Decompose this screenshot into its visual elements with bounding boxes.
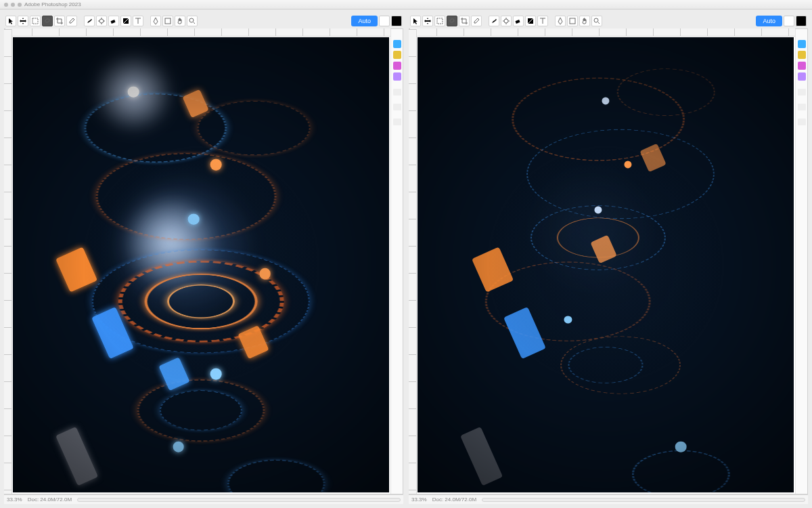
glow-halo <box>107 171 257 322</box>
cursor-tool[interactable] <box>5 16 16 26</box>
fg-color-swatch[interactable] <box>379 16 390 26</box>
hud-ring <box>197 101 310 155</box>
artwork-canvas[interactable] <box>13 37 389 492</box>
lasso-tool[interactable] <box>42 16 53 26</box>
text-tool[interactable] <box>537 16 548 26</box>
shape-tool[interactable] <box>567 16 578 26</box>
color-swatch[interactable] <box>393 40 401 48</box>
document-pane-right: Auto33.3%Doc: 24.0M/72.0M <box>409 14 808 504</box>
document-area <box>4 28 403 494</box>
panel-tab-stub[interactable] <box>393 104 401 110</box>
marquee-tool[interactable] <box>434 16 445 26</box>
cursor-tool[interactable] <box>410 16 421 26</box>
window-controls[interactable] <box>4 3 22 7</box>
bg-color-swatch[interactable] <box>796 16 807 26</box>
zoom-level[interactable]: 33.3% <box>411 496 427 503</box>
doc-info: Doc: 24.0M/72.0M <box>28 496 72 503</box>
panel-tab-stub[interactable] <box>798 89 806 96</box>
svg-rect-0 <box>32 18 38 24</box>
panel-tab-stub[interactable] <box>798 104 806 110</box>
svg-rect-6 <box>437 18 443 24</box>
zoom-tool[interactable] <box>591 16 602 26</box>
eyedropper-tool[interactable] <box>471 16 482 26</box>
color-swatch[interactable] <box>798 72 806 81</box>
brush-tool[interactable] <box>84 16 95 26</box>
color-swatch[interactable] <box>798 51 806 59</box>
panel-tab-stub[interactable] <box>393 89 401 96</box>
text-tool[interactable] <box>133 16 143 26</box>
zoom-tool[interactable] <box>187 16 198 26</box>
svg-point-5 <box>189 18 194 22</box>
minimize-icon[interactable] <box>11 3 15 7</box>
horizontal-ruler[interactable] <box>5 28 390 37</box>
hud-glyph <box>159 357 191 391</box>
eraser-tool[interactable] <box>513 16 524 26</box>
color-swatch[interactable] <box>798 62 806 70</box>
brush-tool[interactable] <box>489 16 499 26</box>
auto-action-button[interactable]: Auto <box>351 16 378 26</box>
canvas-viewport[interactable] <box>409 29 795 494</box>
document-toolbar: Auto <box>409 14 808 28</box>
hud-node <box>675 441 687 452</box>
clone-tool[interactable] <box>501 16 512 26</box>
hand-tool[interactable] <box>579 16 590 26</box>
hud-glyph <box>460 427 503 486</box>
horizontal-scrollbar[interactable] <box>482 498 805 502</box>
hud-glyph <box>639 144 666 172</box>
hud-node <box>188 213 200 225</box>
horizontal-scrollbar[interactable] <box>77 498 401 502</box>
zoom-icon[interactable] <box>18 3 22 7</box>
hud-glyph <box>55 247 97 292</box>
hud-ring <box>512 78 685 161</box>
close-icon[interactable] <box>4 3 8 7</box>
clone-tool[interactable] <box>96 16 107 26</box>
horizontal-ruler[interactable] <box>409 28 795 37</box>
bg-color-swatch[interactable] <box>391 16 402 26</box>
glow-halo <box>122 193 220 291</box>
hud-ring <box>118 261 284 342</box>
hud-ring <box>568 347 643 383</box>
move-tool[interactable] <box>18 16 28 26</box>
gradient-tool[interactable] <box>525 16 536 26</box>
hud-node <box>210 368 222 380</box>
hud-node <box>602 98 609 105</box>
color-swatch[interactable] <box>393 62 401 70</box>
vertical-ruler[interactable] <box>4 29 12 494</box>
pen-tool[interactable] <box>150 16 161 26</box>
color-swatch[interactable] <box>798 40 806 48</box>
eyedropper-tool[interactable] <box>66 16 77 26</box>
move-tool[interactable] <box>422 16 433 26</box>
pen-tool[interactable] <box>555 16 566 26</box>
vertical-ruler[interactable] <box>409 29 417 494</box>
hud-ring <box>485 261 651 341</box>
svg-rect-8 <box>515 20 520 24</box>
marquee-tool[interactable] <box>30 16 41 26</box>
shape-tool[interactable] <box>162 16 173 26</box>
artwork-canvas[interactable] <box>418 37 794 492</box>
auto-action-button[interactable]: Auto <box>756 16 782 26</box>
hud-ring <box>95 153 276 240</box>
canvas-viewport[interactable] <box>5 29 390 494</box>
hud-node <box>173 441 184 452</box>
hud-ring <box>227 459 325 492</box>
hud-glyph <box>503 307 546 359</box>
panel-tab-stub[interactable] <box>798 119 806 125</box>
zoom-level[interactable]: 33.3% <box>7 496 22 503</box>
hand-tool[interactable] <box>175 16 185 26</box>
gradient-tool[interactable] <box>120 16 131 26</box>
hud-ring <box>160 390 242 430</box>
hud-node <box>210 159 222 171</box>
fg-color-swatch[interactable] <box>784 16 794 26</box>
panel-tab-stub[interactable] <box>393 119 401 125</box>
hud-ring <box>145 274 258 329</box>
hud-node <box>564 316 572 323</box>
color-swatch[interactable] <box>393 72 401 81</box>
eraser-tool[interactable] <box>108 16 119 26</box>
color-swatch[interactable] <box>393 51 401 59</box>
crop-tool[interactable] <box>54 16 65 26</box>
lasso-tool[interactable] <box>447 16 457 26</box>
hud-ring <box>137 379 265 442</box>
svg-rect-2 <box>110 20 115 24</box>
crop-tool[interactable] <box>459 16 470 26</box>
hud-glyph <box>55 427 98 486</box>
